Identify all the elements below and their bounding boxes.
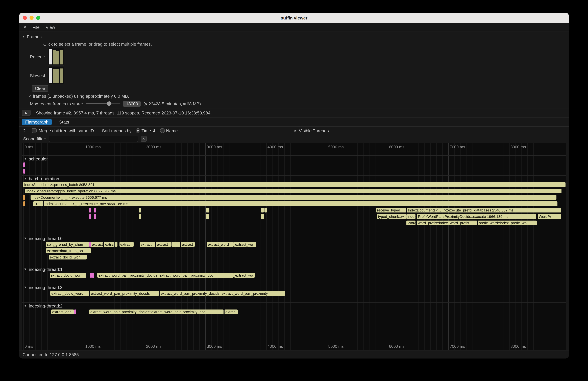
thread-group-header[interactable]: ▼batch-operation <box>22 176 566 181</box>
scope-bar[interactable] <box>89 214 91 219</box>
scope-bar[interactable]: Word <box>407 221 416 225</box>
slowest-frames-thumbnail[interactable] <box>48 67 64 84</box>
scope-bar[interactable]: extract_wo <box>234 242 256 247</box>
scope-bar[interactable]: IndexDocuments<_, _>::execute 8656.677 m… <box>30 195 556 200</box>
scope-bar[interactable]: extract <box>156 242 171 247</box>
slider-knob[interactable] <box>107 101 111 106</box>
frame-bar[interactable] <box>53 69 56 83</box>
frame-bar[interactable] <box>60 50 63 64</box>
scope-bar[interactable]: extrac <box>119 242 133 247</box>
scope-bar[interactable] <box>23 195 25 200</box>
frame-bar[interactable] <box>56 50 59 64</box>
scope-bar[interactable]: extract_word_pair_proximity_docids::extr… <box>89 310 224 314</box>
scope-bar[interactable]: extra <box>104 242 115 247</box>
frame-bar[interactable] <box>60 69 63 83</box>
window-titlebar[interactable]: puffin viewer <box>19 13 569 23</box>
minimize-button[interactable] <box>30 16 34 20</box>
scope-bar[interactable]: PrefixWordPairsProximityDocids::execute … <box>417 214 536 219</box>
scope-bar[interactable] <box>206 208 210 212</box>
scope-bar[interactable]: extract_word_pair_proximity_docids::extr… <box>160 291 285 296</box>
scope-bar[interactable]: extract <box>91 242 104 247</box>
scope-bar[interactable]: extract <box>181 242 195 247</box>
thread-group-header[interactable]: ▼indexing-thread:0 <box>22 236 566 241</box>
scope-bar[interactable] <box>90 273 92 278</box>
scope-bar[interactable] <box>206 214 209 219</box>
thread-group-header[interactable]: ▼indexing-thread:2 <box>22 303 566 309</box>
merge-children-label[interactable]: Merge children with same ID <box>39 128 94 133</box>
scope-bar[interactable]: extract_docid_word <box>50 291 89 296</box>
scope-bar[interactable]: extract_docid_wor <box>49 273 86 278</box>
scope-bar[interactable] <box>261 208 264 212</box>
scope-bar[interactable]: word_prefix::index_word_prefix <box>417 221 477 225</box>
sort-time-radio[interactable] <box>135 128 140 133</box>
play-button[interactable]: ▶ <box>22 110 31 116</box>
scope-bar[interactable]: extract <box>139 242 155 247</box>
scope-bar[interactable] <box>139 208 141 212</box>
flamegraph-canvas[interactable]: 0 ms1000 ms2000 ms3000 ms4000 ms5000 ms6… <box>22 143 566 350</box>
scope-bar[interactable]: extract_word_pair_proximity_docids::extr… <box>98 273 233 278</box>
scope-bar[interactable]: extract_word <box>207 242 233 247</box>
merge-children-checkbox[interactable] <box>32 128 37 133</box>
scope-bar[interactable]: split_grenad_by_chun <box>46 242 89 247</box>
thread-group-header[interactable]: ▼indexing-thread:3 <box>22 285 566 290</box>
thread-group-header[interactable]: ▼indexing-thread:1 <box>22 267 566 272</box>
sort-name-label[interactable]: Name <box>166 128 178 133</box>
thread-group-batch-operation: ▼batch-operationIndexScheduler>::process… <box>22 175 566 235</box>
clear-button[interactable]: Clear <box>32 85 48 92</box>
scope-bar[interactable] <box>89 208 91 212</box>
chevron-down-icon: ▼ <box>24 236 27 241</box>
visible-threads-header[interactable]: ▶ Visible Threads <box>294 128 329 133</box>
scope-bar[interactable] <box>261 214 264 219</box>
scope-bar[interactable] <box>115 242 117 247</box>
max-frames-slider[interactable] <box>85 101 121 106</box>
scope-bar[interactable]: receive_typed_ <box>376 208 406 212</box>
recent-frames-thumbnail[interactable] <box>48 48 64 65</box>
scope-bar[interactable]: extract_docid_wor <box>49 255 86 259</box>
sort-name-radio[interactable] <box>160 128 165 133</box>
scope-bar[interactable] <box>94 208 96 212</box>
frame-bar[interactable] <box>49 49 52 64</box>
scope-bar[interactable] <box>171 242 180 247</box>
scope-bar[interactable]: prefix_word::index_prefix_wo <box>478 221 536 225</box>
max-frames-value[interactable]: 18000 <box>123 101 141 106</box>
frame-bar[interactable] <box>49 68 52 83</box>
scope-bar[interactable] <box>139 214 141 219</box>
max-frames-row: Max recent frames to store: 18000 (≈ 234… <box>30 101 566 107</box>
scope-bar[interactable]: extract_doc <box>51 310 74 314</box>
sort-time-label[interactable]: Time <box>142 128 151 133</box>
scope-bar[interactable]: typed_chunk::w <box>377 214 406 219</box>
frame-bar[interactable] <box>56 69 59 83</box>
scope-bar[interactable]: IndexDocuments<_, _>::execute_raw 8459.1… <box>44 201 557 206</box>
menu-view[interactable]: View <box>46 25 55 30</box>
scope-bar[interactable]: WordPr <box>538 214 561 219</box>
sort-direction-icon[interactable]: ⬇ <box>152 128 156 133</box>
scope-bar[interactable]: extrac <box>224 310 238 314</box>
thread-group-header[interactable]: ▼scheduler <box>22 156 566 161</box>
frame-bar[interactable] <box>53 50 56 64</box>
scope-bar[interactable] <box>23 169 25 173</box>
scope-bar[interactable]: extract_word_pair_proximity_docids <box>90 291 159 296</box>
theme-toggle-icon[interactable]: ✳ <box>23 25 26 30</box>
zoom-button[interactable] <box>36 16 40 20</box>
clear-filter-button[interactable]: ✕ <box>141 136 147 142</box>
scope-bar[interactable]: IndexDocuments<_, _>::execute_prefix_dat… <box>407 208 561 212</box>
scope-filter-input[interactable] <box>49 135 138 142</box>
scope-bar[interactable]: Trans <box>33 201 43 206</box>
frames-header[interactable]: ▼ Frames <box>22 34 566 39</box>
scope-bar[interactable]: extract_wo <box>234 273 255 278</box>
tab-stats[interactable]: Stats <box>56 119 72 125</box>
close-button[interactable] <box>23 16 27 20</box>
help-button[interactable]: ? <box>23 128 26 133</box>
menu-file[interactable]: File <box>33 25 40 30</box>
tab-flamegraph[interactable]: Flamegraph <box>22 119 52 125</box>
scope-bar[interactable]: extract::data_from_ob <box>46 248 91 253</box>
scope-bar[interactable] <box>23 201 25 206</box>
scope-bar[interactable] <box>23 163 25 167</box>
scope-bar[interactable] <box>74 310 76 314</box>
scope-bar[interactable] <box>264 208 267 212</box>
scope-bar[interactable]: IndexScheduler>::apply_index_operation 8… <box>25 189 562 193</box>
scope-bar[interactable] <box>94 214 96 219</box>
scope-bar[interactable]: index <box>406 214 416 219</box>
scope-bar[interactable] <box>92 273 94 278</box>
scope-bar[interactable]: IndexScheduler>::process_batch 8953.821 … <box>23 182 566 187</box>
